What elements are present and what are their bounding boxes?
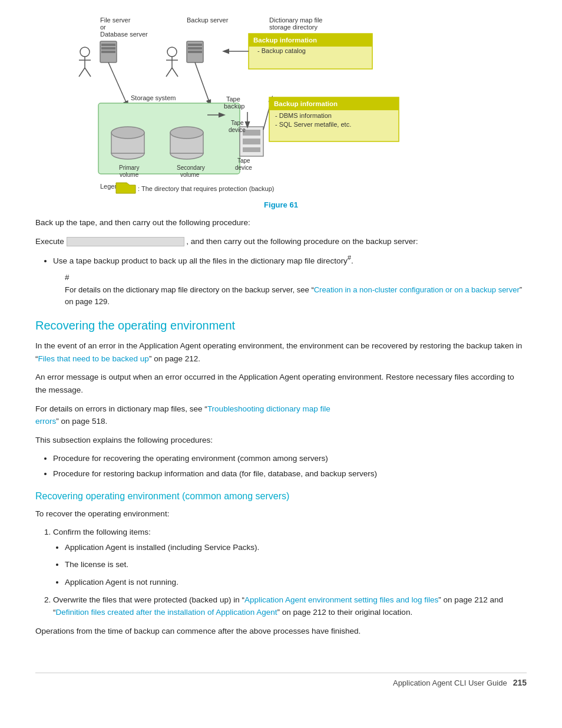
svg-text:Tape: Tape xyxy=(231,120,244,126)
diagram-svg: File server or Database server Backup se… xyxy=(35,12,527,195)
svg-rect-15 xyxy=(188,47,202,50)
svg-line-20 xyxy=(166,68,172,77)
svg-point-35 xyxy=(111,127,144,139)
recovering-bullet-2: Procedure for restoring backup informati… xyxy=(53,467,527,480)
recovering-bullets: Procedure for recovering the operating e… xyxy=(53,452,527,480)
footnote-text: For details on the dictionary map file d… xyxy=(65,284,527,307)
hash-symbol: # xyxy=(65,273,527,282)
para3-prefix: For details on errors in dictionary map … xyxy=(35,404,207,413)
tape-bullet-text: Use a tape backup product to back up all… xyxy=(53,256,348,265)
svg-rect-5 xyxy=(101,47,115,50)
svg-text:volume: volume xyxy=(120,172,139,178)
execute-prefix: Execute xyxy=(35,237,64,246)
step-2: Overwrite the files that were protected … xyxy=(53,594,527,619)
recovering-para3: For details on errors in dictionary map … xyxy=(35,403,527,428)
execute-line: Execute , and then carry out the followi… xyxy=(35,235,527,248)
recovering-link1[interactable]: Files that need to be backed up xyxy=(38,354,149,363)
recovering-section-heading: Recovering the operating environment xyxy=(35,319,527,332)
svg-text:Database server: Database server xyxy=(100,31,148,38)
svg-text:File server: File server xyxy=(100,17,131,24)
svg-line-23 xyxy=(195,62,210,105)
subsection-heading: Recovering operating environment (common… xyxy=(35,491,527,502)
sub-bullet-1: Application Agent is installed (includin… xyxy=(65,541,527,554)
svg-line-21 xyxy=(172,68,178,77)
sub-bullet-3: Application Agent is not running. xyxy=(65,576,527,589)
execute-suffix: , and then carry out the following proce… xyxy=(186,237,418,246)
page-footer: Application Agent CLI User Guide 215 xyxy=(35,673,527,687)
diagram-container: File server or Database server Backup se… xyxy=(35,12,527,195)
svg-text:: The directory that requires : : The directory that requires protection… xyxy=(138,185,275,192)
svg-text:Storage system: Storage system xyxy=(131,94,176,101)
step-1: Confirm the following items: Application… xyxy=(53,526,527,588)
svg-point-40 xyxy=(170,127,203,139)
svg-rect-48 xyxy=(243,139,260,144)
svg-text:storage directory: storage directory xyxy=(269,24,318,31)
svg-text:Tape: Tape xyxy=(237,157,250,164)
backup-intro: Back up the tape, and then carry out the… xyxy=(35,216,527,229)
step-1-text: Confirm the following items: xyxy=(53,528,151,536)
command-placeholder xyxy=(67,237,184,246)
subsection-intro: To recover the operating environment: xyxy=(35,508,527,521)
svg-line-22 xyxy=(108,62,128,106)
svg-text:Dictionary map file: Dictionary map file xyxy=(269,17,322,24)
step2-link1[interactable]: Application Agent environment setting fi… xyxy=(244,595,438,604)
svg-text:Tape: Tape xyxy=(226,95,240,103)
svg-rect-4 xyxy=(101,44,115,46)
svg-text:or: or xyxy=(100,24,106,31)
svg-line-11 xyxy=(85,68,91,77)
svg-rect-49 xyxy=(243,147,260,152)
bullet-period: . xyxy=(351,256,353,265)
closing-text: Operations from the time of backup can c… xyxy=(35,625,527,638)
svg-rect-16 xyxy=(188,51,202,53)
footnote-block: For details on the dictionary map file d… xyxy=(65,284,527,307)
svg-text:volume: volume xyxy=(180,172,200,178)
svg-rect-14 xyxy=(188,44,202,46)
sub-bullet-2: The license is set. xyxy=(65,558,527,571)
svg-line-10 xyxy=(79,68,85,77)
step-1-sub-bullets: Application Agent is installed (includin… xyxy=(65,541,527,589)
footer-label: Application Agent CLI User Guide xyxy=(393,678,507,687)
recovering-para2: An error message is output when an error… xyxy=(35,371,527,396)
recovering-para4: This subsection explains the following p… xyxy=(35,434,527,447)
svg-text:Backup server: Backup server xyxy=(187,17,229,24)
tape-bullet-item-1: Use a tape backup product to back up all… xyxy=(53,252,527,267)
svg-text:- Backup catalog: - Backup catalog xyxy=(257,47,306,54)
footnote-link-a[interactable]: Creation in a non-cluster configuration … xyxy=(314,285,520,294)
recovery-steps: Confirm the following items: Application… xyxy=(53,526,527,619)
recovering-para1: In the event of an error in the Applicat… xyxy=(35,340,527,365)
svg-point-7 xyxy=(80,47,90,57)
tape-bullet-list: Use a tape backup product to back up all… xyxy=(53,252,527,267)
svg-rect-6 xyxy=(101,51,115,53)
page-number: 215 xyxy=(513,678,527,687)
svg-point-17 xyxy=(167,47,177,57)
svg-text:backup: backup xyxy=(224,103,244,110)
svg-text:- SQL Server metafile, etc.: - SQL Server metafile, etc. xyxy=(275,121,351,128)
svg-text:device: device xyxy=(229,127,246,133)
svg-text:Secondary: Secondary xyxy=(177,164,205,171)
svg-text:Primary: Primary xyxy=(119,164,139,171)
svg-text:device: device xyxy=(235,164,252,171)
step-2-prefix: Overwrite the files that were protected … xyxy=(53,595,244,604)
figure-caption: Figure 61 xyxy=(35,200,527,209)
step2-link2[interactable]: Definition files created after the insta… xyxy=(56,608,277,617)
svg-text:Backup information: Backup information xyxy=(274,100,338,107)
svg-text:Backup information: Backup information xyxy=(253,37,317,44)
svg-text:- DBMS information: - DBMS information xyxy=(275,112,332,119)
recovering-bullet-1: Procedure for recovering the operating e… xyxy=(53,452,527,465)
